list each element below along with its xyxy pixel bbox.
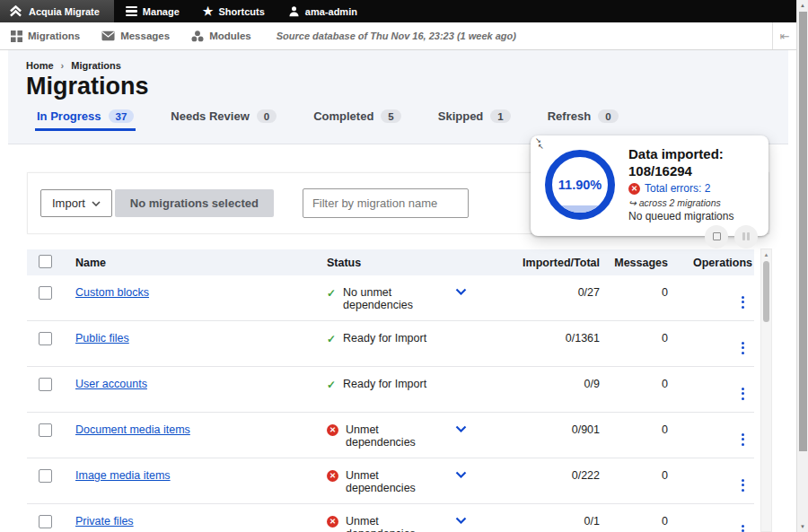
kebab-menu-icon[interactable] bbox=[738, 524, 748, 532]
messages-count: 0 bbox=[600, 469, 668, 503]
chevron-down-icon[interactable] bbox=[455, 425, 467, 432]
user-icon bbox=[288, 5, 300, 17]
messages-count: 0 bbox=[600, 286, 668, 320]
modules-icon bbox=[191, 31, 204, 42]
status-text: Ready for Import bbox=[343, 378, 426, 390]
progress-details: Data imported: 108/16294 ✕ Total errors:… bbox=[628, 144, 758, 229]
tab-in-progress[interactable]: In Progress37 bbox=[35, 109, 136, 131]
migration-name-link[interactable]: User accounts bbox=[75, 378, 147, 390]
kebab-menu-icon[interactable] bbox=[738, 432, 748, 447]
pause-button[interactable] bbox=[734, 225, 758, 249]
secondary-toolbar: Migrations Messages Modules Source datab… bbox=[0, 22, 796, 50]
page-content: Home › Migrations Migrations In Progress… bbox=[0, 50, 796, 532]
status-icon: ✓ bbox=[327, 379, 336, 391]
tab-completed[interactable]: Completed5 bbox=[312, 109, 403, 131]
page-title: Migrations bbox=[26, 73, 770, 100]
toolbar-item-messages[interactable]: Messages bbox=[91, 31, 180, 41]
tab-count-badge: 37 bbox=[109, 109, 135, 123]
status-text: Unmet dependencies bbox=[346, 423, 448, 449]
selection-status-button[interactable]: No migrations selected bbox=[115, 189, 274, 217]
tab-count-badge: 5 bbox=[381, 109, 400, 123]
toolbar-item-migrations[interactable]: Migrations bbox=[0, 31, 91, 42]
migration-name-link[interactable]: Public files bbox=[75, 332, 129, 344]
tab-needs-review[interactable]: Needs Review0 bbox=[169, 109, 278, 131]
pause-icon bbox=[742, 232, 750, 240]
page-scrollbar[interactable]: ▲ ▼ bbox=[796, 0, 808, 532]
migration-name-link[interactable]: Document media items bbox=[75, 423, 190, 436]
breadcrumb-separator: › bbox=[61, 60, 65, 71]
data-imported-count: 108/16294 bbox=[628, 162, 758, 179]
tab-label: Refresh bbox=[548, 109, 591, 123]
migrations-label: Migrations bbox=[28, 31, 80, 41]
total-errors-link[interactable]: Total errors: 2 bbox=[645, 182, 710, 195]
tab-label: Needs Review bbox=[171, 109, 249, 123]
imported-total-value: 0/1361 bbox=[490, 332, 600, 366]
imported-total-value: 0/9 bbox=[490, 378, 600, 412]
table-row: Custom blocks ✓ No unmet dependencies 0/… bbox=[27, 275, 754, 321]
kebab-menu-icon[interactable] bbox=[738, 295, 748, 310]
envelope-icon bbox=[101, 31, 115, 41]
tab-skipped[interactable]: Skipped1 bbox=[436, 109, 513, 131]
table-scrollbar[interactable]: ▲ bbox=[760, 249, 772, 532]
tab-refresh[interactable]: Refresh0 bbox=[546, 109, 620, 131]
table-row: Image media items ✕ Unmet dependencies 0… bbox=[27, 458, 754, 504]
chevron-down-icon[interactable] bbox=[455, 517, 467, 524]
toolbar-item-modules[interactable]: Modules bbox=[180, 31, 262, 42]
tabs: In Progress37Needs Review0Completed5Skip… bbox=[26, 109, 770, 131]
grid-icon bbox=[11, 31, 22, 42]
table-row: Private files ✕ Unmet dependencies 0/1 0 bbox=[27, 504, 754, 532]
collapse-toolbar-button[interactable]: ⇤ bbox=[772, 22, 796, 49]
manage-menu-item[interactable]: Manage bbox=[114, 0, 191, 22]
brand-home-link[interactable]: Acquia Migrate bbox=[0, 0, 114, 22]
messages-count: 0 bbox=[600, 515, 668, 532]
modules-label: Modules bbox=[209, 31, 251, 41]
migration-name-link[interactable]: Image media items bbox=[75, 469, 171, 482]
row-checkbox[interactable] bbox=[39, 286, 52, 300]
data-imported-label: Data imported: bbox=[628, 145, 758, 162]
app-window: Acquia Migrate Manage ★ Shortcuts ama-ad… bbox=[0, 0, 796, 532]
scroll-up-icon[interactable]: ▲ bbox=[797, 3, 808, 8]
stop-button[interactable] bbox=[705, 225, 728, 249]
source-database-note: Source database of Thu Nov 16, 23:23 (1 … bbox=[277, 31, 516, 41]
messages-label: Messages bbox=[120, 31, 170, 41]
table-row: Document media items ✕ Unmet dependencie… bbox=[27, 413, 754, 458]
status-icon: ✕ bbox=[327, 516, 338, 528]
messages-count: 0 bbox=[600, 423, 668, 458]
chevron-down-icon[interactable] bbox=[455, 288, 467, 295]
tab-count-badge: 1 bbox=[490, 109, 510, 123]
row-checkbox[interactable] bbox=[39, 332, 52, 345]
migration-name-link[interactable]: Private files bbox=[75, 515, 134, 528]
row-checkbox[interactable] bbox=[39, 515, 52, 528]
scroll-down-icon[interactable]: ▼ bbox=[797, 524, 808, 529]
errors-detail: ↪ across 2 migrations bbox=[628, 197, 758, 208]
table-scrollbar-thumb[interactable] bbox=[763, 261, 769, 322]
table-header-row: Name Status Imported/Total Messages Oper… bbox=[27, 249, 754, 275]
migration-name-link[interactable]: Custom blocks bbox=[75, 286, 149, 299]
kebab-menu-icon[interactable] bbox=[738, 478, 748, 493]
collapse-popup-icon[interactable]: ↘ ↖ bbox=[535, 137, 544, 150]
user-menu-item[interactable]: ama-admin bbox=[277, 0, 369, 22]
stop-icon bbox=[713, 232, 721, 240]
migration-filter-input[interactable] bbox=[303, 188, 469, 218]
breadcrumb-home-link[interactable]: Home bbox=[26, 60, 54, 71]
breadcrumb-current: Migrations bbox=[71, 60, 121, 71]
chevron-down-icon[interactable] bbox=[455, 471, 467, 478]
table-row: User accounts ✓ Ready for Import 0/9 0 bbox=[27, 367, 754, 413]
header-imported-total: Imported/Total bbox=[490, 257, 600, 269]
progress-percent: 11.90% bbox=[552, 157, 608, 213]
import-dropdown-button[interactable]: Import bbox=[40, 189, 112, 217]
star-icon: ★ bbox=[203, 5, 214, 17]
table-body: Custom blocks ✓ No unmet dependencies 0/… bbox=[27, 275, 754, 532]
status-text: No unmet dependencies bbox=[343, 286, 448, 311]
select-all-checkbox[interactable] bbox=[39, 255, 52, 268]
acquia-logo-icon bbox=[9, 5, 22, 17]
row-checkbox[interactable] bbox=[39, 423, 52, 437]
page-scrollbar-thumb[interactable] bbox=[799, 12, 807, 451]
row-checkbox[interactable] bbox=[39, 378, 52, 391]
tab-label: In Progress bbox=[37, 109, 101, 123]
shortcuts-menu-item[interactable]: ★ Shortcuts bbox=[191, 0, 277, 22]
row-checkbox[interactable] bbox=[39, 469, 52, 483]
kebab-menu-icon[interactable] bbox=[738, 341, 748, 355]
scroll-up-icon[interactable]: ▲ bbox=[761, 249, 771, 257]
kebab-menu-icon[interactable] bbox=[738, 387, 748, 401]
